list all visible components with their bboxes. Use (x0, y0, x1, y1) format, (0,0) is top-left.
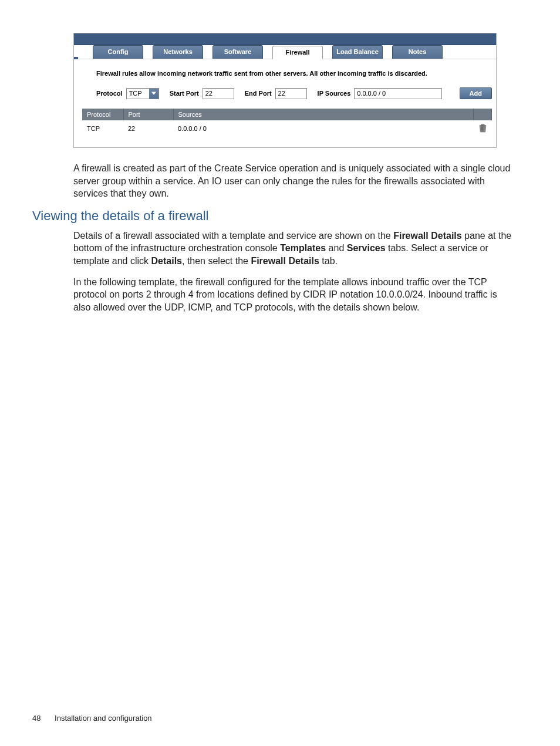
paragraph-2: Details of a firewall associated with a … (73, 229, 513, 268)
col-port: Port (123, 109, 173, 120)
start-port-label: Start Port (170, 90, 199, 97)
cell-sources: 0.0.0.0 / 0 (173, 120, 474, 137)
cell-protocol: TCP (82, 120, 123, 137)
chevron-down-icon (149, 89, 158, 99)
footer-section-title: Installation and configuration (55, 714, 152, 723)
protocol-value: TCP (127, 89, 149, 99)
add-button[interactable]: Add (460, 87, 492, 99)
trash-icon[interactable] (478, 127, 487, 134)
firewall-screenshot: Config Networks Software Firewall Load B… (73, 33, 497, 148)
start-port-input[interactable] (203, 88, 234, 99)
tab-networks[interactable]: Networks (153, 45, 203, 59)
tab-load-balance[interactable]: Load Balance (332, 45, 383, 59)
firewall-description: Firewall rules allow incoming network tr… (82, 59, 492, 87)
col-protocol: Protocol (82, 109, 123, 120)
protocol-label: Protocol (96, 90, 123, 97)
tab-notes[interactable]: Notes (392, 45, 443, 59)
firewall-form-row: Protocol TCP Start Port End Port IP Sour… (82, 87, 492, 109)
col-actions (474, 109, 492, 120)
firewall-panel: Firewall rules allow incoming network tr… (74, 59, 496, 147)
ip-sources-label: IP Sources (318, 90, 351, 97)
tabs-row: Config Networks Software Firewall Load B… (74, 45, 496, 59)
paragraph-3: In the following template, the firewall … (73, 276, 513, 314)
end-port-label: End Port (245, 90, 272, 97)
section-heading: Viewing the details of a firewall (32, 208, 513, 224)
svg-marker-0 (151, 92, 156, 95)
protocol-select[interactable]: TCP (126, 88, 159, 99)
tab-software[interactable]: Software (212, 45, 263, 59)
page-number: 48 (32, 714, 41, 723)
page-footer: 48 Installation and configuration (32, 714, 152, 723)
paragraph-1: A firewall is created as part of the Cre… (73, 162, 513, 200)
paragraph-block-2: Details of a firewall associated with a … (73, 229, 513, 314)
col-sources: Sources (173, 109, 474, 120)
rules-table: Protocol Port Sources TCP 22 0.0.0.0 / 0 (82, 109, 492, 137)
window-title-bar (74, 33, 496, 45)
tab-config[interactable]: Config (93, 45, 143, 59)
table-row: TCP 22 0.0.0.0 / 0 (82, 120, 492, 137)
tab-firewall[interactable]: Firewall (272, 46, 323, 59)
end-port-input[interactable] (275, 88, 307, 99)
cell-port: 22 (123, 120, 173, 137)
ip-sources-input[interactable] (354, 88, 442, 99)
